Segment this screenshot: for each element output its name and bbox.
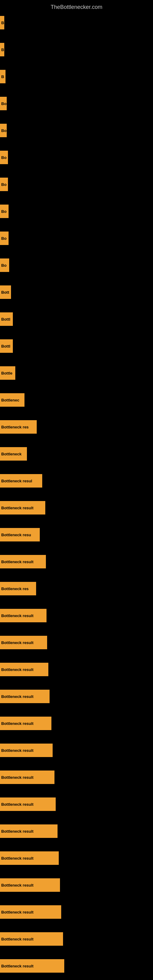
bar-label: Bottleneck result — [1, 802, 33, 807]
bar-item[interactable]: Bo — [0, 258, 9, 272]
bar-row: Bott — [0, 279, 153, 305]
bar-item[interactable]: Bo — [0, 124, 7, 137]
bar-row: Bottleneck result — [0, 602, 153, 629]
bar-item[interactable]: Bottlenec — [0, 393, 24, 407]
bar-item[interactable]: Bottle — [0, 366, 15, 380]
bar-label: Bottl — [1, 344, 10, 348]
bar-row: Bo — [0, 90, 153, 117]
bar-item[interactable]: Bottleneck result — [0, 959, 64, 973]
bar-row: Bottleneck result — [0, 953, 153, 979]
bar-row: B — [0, 63, 153, 90]
bar-row: Bottleneck result — [0, 548, 153, 575]
bar-item[interactable]: Bo — [0, 178, 8, 191]
bar-label: Bo — [1, 182, 6, 187]
bar-row: Bottle — [0, 360, 153, 387]
bar-item[interactable]: Bottleneck resul — [0, 474, 42, 488]
bars-container: BBBBoBoBoBoBoBoBoBottBottlBottlBottleBot… — [0, 9, 153, 979]
bar-label: Bottleneck result — [1, 560, 33, 564]
bar-label: Bottleneck result — [1, 506, 33, 510]
bar-label: Bottleneck res — [1, 587, 29, 591]
bar-item[interactable]: Bottleneck result — [0, 744, 53, 757]
bar-label: Bottle — [1, 371, 13, 375]
bar-row: Bottleneck result — [0, 710, 153, 737]
bar-item[interactable]: Bottleneck result — [0, 797, 56, 811]
bar-row: Bo — [0, 225, 153, 252]
bar-row: Bottleneck res — [0, 575, 153, 602]
bar-row: Bottleneck result — [0, 737, 153, 764]
bar-label: Bottleneck resul — [1, 479, 32, 483]
bar-item[interactable]: Bottleneck result — [0, 609, 46, 622]
bar-row: Bottleneck result — [0, 899, 153, 926]
bar-label: Bottleneck res — [1, 425, 29, 430]
bar-item[interactable]: Bottleneck result — [0, 690, 49, 703]
bar-item[interactable]: Bottleneck res — [0, 420, 37, 434]
bar-label: Bo — [1, 128, 6, 133]
bar-label: B — [1, 75, 4, 79]
bar-label: Bottleneck result — [1, 910, 33, 915]
bar-item[interactable]: Bott — [0, 285, 11, 299]
bar-label: Bottlenec — [1, 398, 19, 402]
bar-item[interactable]: Bottleneck result — [0, 501, 45, 514]
bar-item[interactable]: Bottleneck result — [0, 824, 57, 838]
bar-item[interactable]: Bottleneck result — [0, 555, 46, 568]
bar-item[interactable]: Bottleneck result — [0, 663, 48, 676]
bar-item[interactable]: Bottleneck res — [0, 582, 36, 595]
bar-label: Bo — [1, 101, 6, 106]
bar-item[interactable]: Bottleneck result — [0, 905, 61, 919]
bar-item[interactable]: Bottleneck — [0, 447, 27, 461]
bar-item[interactable]: Bottleneck result — [0, 717, 51, 730]
bar-row: B — [0, 9, 153, 36]
bar-row: Bottleneck result — [0, 656, 153, 683]
bar-row: Bo — [0, 117, 153, 144]
bar-row: B — [0, 36, 153, 63]
bar-row: Bo — [0, 198, 153, 225]
bar-label: Bottleneck result — [1, 883, 33, 888]
bar-label: Bottleneck result — [1, 613, 33, 618]
bar-label: Bo — [1, 209, 6, 214]
bar-row: Bo — [0, 144, 153, 171]
bar-label: Bottl — [1, 317, 10, 321]
bar-row: Bottleneck result — [0, 818, 153, 845]
bar-item[interactable]: Bo — [0, 232, 9, 245]
bar-label: Bottleneck result — [1, 640, 33, 645]
bar-row: Bottleneck result — [0, 926, 153, 953]
bar-item[interactable]: Bo — [0, 97, 7, 110]
bar-row: Bottleneck resu — [0, 521, 153, 548]
bar-item[interactable]: B — [0, 43, 4, 56]
bar-label: Bottleneck resu — [1, 533, 31, 537]
bar-row: Bottleneck result — [0, 764, 153, 791]
bar-row: Bo — [0, 171, 153, 198]
bar-item[interactable]: Bottl — [0, 312, 13, 326]
bar-label: Bott — [1, 290, 9, 294]
bar-label: B — [1, 21, 4, 25]
bar-label: Bottleneck result — [1, 856, 33, 861]
bar-item[interactable]: B — [0, 16, 4, 29]
bar-item[interactable]: B — [0, 70, 5, 83]
bar-label: B — [1, 48, 4, 52]
bar-item[interactable]: Bottleneck result — [0, 878, 60, 892]
bar-row: Bottleneck result — [0, 791, 153, 818]
bar-row: Bottleneck result — [0, 872, 153, 899]
bar-label: Bo — [1, 263, 6, 268]
bar-item[interactable]: Bottl — [0, 339, 13, 353]
bar-label: Bottleneck result — [1, 964, 33, 968]
bar-row: Bottlenec — [0, 387, 153, 414]
bar-item[interactable]: Bottleneck result — [0, 636, 47, 649]
bar-row: Bottleneck result — [0, 629, 153, 656]
bar-label: Bottleneck result — [1, 748, 33, 753]
bar-label: Bottleneck — [1, 452, 21, 456]
bar-label: Bo — [1, 236, 6, 241]
bar-row: Bottleneck — [0, 441, 153, 467]
bar-item[interactable]: Bottleneck resu — [0, 528, 40, 541]
bar-item[interactable]: Bottleneck result — [0, 770, 54, 784]
bar-row: Bo — [0, 252, 153, 279]
bar-row: Bottleneck res — [0, 414, 153, 441]
bar-item[interactable]: Bo — [0, 205, 9, 218]
bar-row: Bottl — [0, 332, 153, 360]
bar-item[interactable]: Bottleneck result — [0, 932, 63, 946]
bar-item[interactable]: Bo — [0, 151, 8, 164]
bar-label: Bottleneck result — [1, 829, 33, 834]
bar-label: Bottleneck result — [1, 775, 33, 780]
bar-label: Bottleneck result — [1, 721, 33, 726]
bar-item[interactable]: Bottleneck result — [0, 851, 59, 865]
